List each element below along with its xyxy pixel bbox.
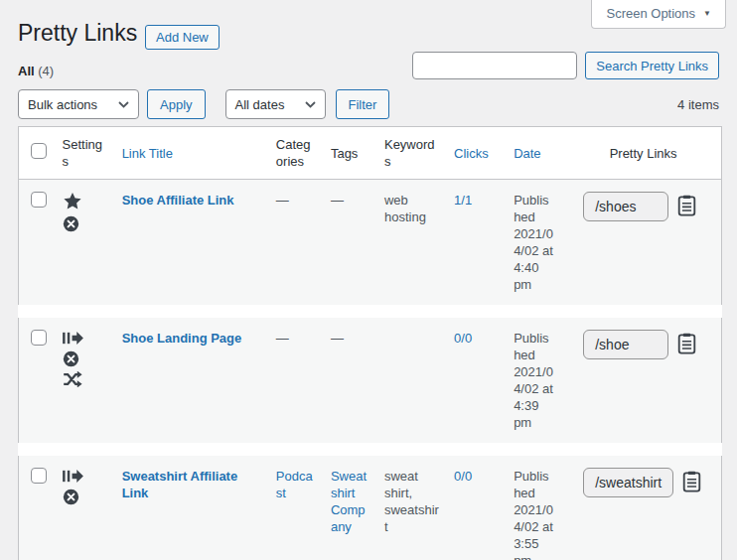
row-checkbox[interactable] [31, 468, 47, 484]
chevron-down-icon [305, 101, 316, 108]
dismiss-icon [63, 215, 79, 232]
view-filter-all[interactable]: All [18, 64, 35, 78]
screen-options-label: Screen Options [606, 6, 695, 21]
clipboard-icon [677, 205, 696, 219]
link-title[interactable]: Shoe Landing Page [122, 331, 242, 346]
table-header-row: Settings Link Title Categories Tags Keyw… [19, 127, 722, 180]
table-toolbar: Bulk actions Apply All dates Filter 4 it… [18, 89, 722, 119]
clipboard-icon [682, 481, 701, 495]
categories-value: — [276, 331, 289, 346]
tag-link[interactable]: Sweatshirt Company [331, 469, 367, 534]
date-value: Published 2021/04/02 at 4:39 pm [514, 331, 553, 430]
row-checkbox[interactable] [31, 192, 47, 208]
categories-value: — [276, 193, 289, 208]
clicks-link[interactable]: 1/1 [454, 193, 472, 208]
star-icon [63, 192, 82, 211]
links-table-wrapper: Settings Link Title Categories Tags Keyw… [18, 126, 722, 560]
category-link[interactable]: Podcast [276, 469, 313, 500]
chevron-down-icon [118, 101, 129, 108]
view-filters: All (4) [18, 64, 54, 78]
search-box: Search Pretty Links [412, 52, 719, 79]
copy-link-button[interactable] [682, 471, 701, 492]
column-header-keywords: Keywords [374, 127, 444, 180]
chevron-down-icon: ▼ [703, 9, 711, 18]
redirect-forward-icon [63, 468, 83, 485]
filter-button[interactable]: Filter [336, 89, 390, 119]
column-header-pretty-links: Pretty Links [565, 127, 721, 180]
column-header-categories: Categories [266, 127, 321, 180]
copy-link-button[interactable] [677, 333, 696, 354]
column-header-tags: Tags [321, 127, 374, 180]
column-header-link-title[interactable]: Link Title [122, 146, 173, 161]
dismiss-icon [63, 489, 79, 505]
pretty-links-table: Settings Link Title Categories Tags Keyw… [18, 126, 722, 560]
redirect-forward-icon [63, 330, 83, 347]
bulk-actions-selected-value: Bulk actions [28, 97, 97, 112]
table-row: Sweatshirt Affiliate Link Podcast Sweats… [19, 450, 722, 560]
bulk-actions-select[interactable]: Bulk actions [18, 89, 139, 119]
column-header-date[interactable]: Date [514, 146, 540, 161]
row-checkbox[interactable] [31, 330, 47, 346]
column-header-clicks[interactable]: Clicks [454, 146, 489, 161]
link-title[interactable]: Sweatshirt Affiliate Link [122, 469, 238, 500]
link-title[interactable]: Shoe Affiliate Link [122, 193, 234, 208]
clicks-link[interactable]: 0/0 [454, 469, 472, 484]
page-title: Pretty Links [18, 19, 137, 49]
pretty-links-admin-page: Screen Options ▼ Pretty Links Add New Al… [0, 0, 737, 560]
shuffle-icon [63, 371, 82, 387]
dismiss-icon [63, 350, 79, 367]
dates-filter-select[interactable]: All dates [225, 89, 326, 119]
table-row: Shoe Affiliate Link — — web hosting 1/1 … [19, 180, 722, 312]
keywords-value: web hosting [384, 193, 426, 224]
screen-options-tab[interactable]: Screen Options ▼ [591, 0, 726, 29]
apply-button[interactable]: Apply [147, 89, 206, 119]
keywords-value: sweat shirt, sweatshirt [384, 469, 439, 534]
copy-link-button[interactable] [677, 195, 696, 216]
tags-value: — [331, 331, 344, 346]
pretty-link-slug[interactable]: /shoe [583, 330, 668, 359]
clipboard-icon [677, 343, 696, 357]
search-button[interactable]: Search Pretty Links [585, 52, 719, 79]
date-value: Published 2021/04/02 at 4:40 pm [514, 193, 553, 292]
pretty-link-slug[interactable]: /sweatshirt [583, 468, 673, 497]
date-value: Published 2021/04/02 at 3:55 pm [514, 469, 553, 560]
search-input[interactable] [412, 52, 577, 79]
column-header-settings: Settings [53, 127, 112, 180]
tags-value: — [331, 193, 344, 208]
add-new-button[interactable]: Add New [145, 25, 220, 50]
clicks-link[interactable]: 0/0 [454, 331, 472, 346]
dates-selected-value: All dates [235, 97, 285, 112]
pretty-link-slug[interactable]: /shoes [583, 192, 668, 221]
items-count: 4 items [677, 97, 722, 112]
table-row: Shoe Landing Page — — 0/0 Published 2021… [19, 312, 722, 450]
select-all-checkbox[interactable] [31, 143, 47, 159]
view-filter-all-count: (4) [38, 64, 54, 78]
